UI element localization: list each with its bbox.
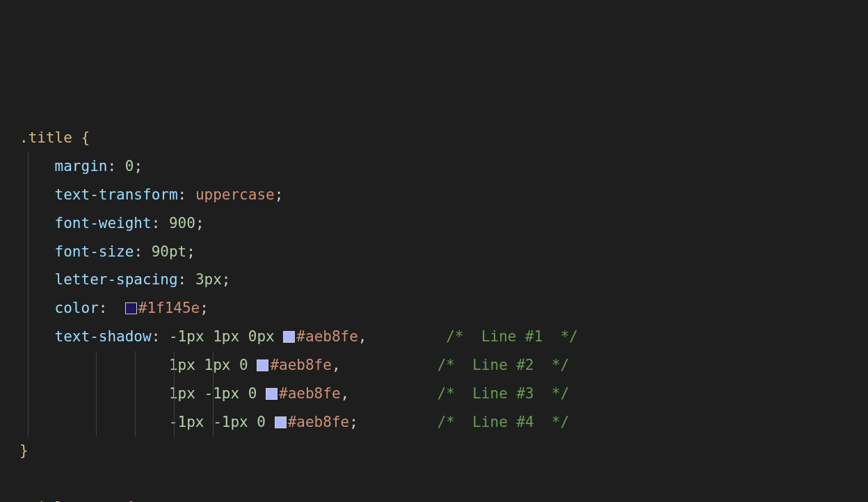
semicolon: ; (195, 215, 204, 232)
code-line[interactable]: color: #1f145e; (19, 294, 849, 323)
css-selector: .title (19, 499, 72, 502)
colon: : (99, 300, 108, 316)
indent-guide (28, 351, 29, 380)
semicolon: ; (134, 158, 143, 175)
code-line[interactable]: 1px -1px 0 #aeb8fe, /* Line #3 */ (19, 380, 849, 408)
indent-guide (213, 380, 214, 408)
semicolon: ; (200, 300, 209, 316)
color-hex: #aeb8fe (270, 357, 332, 373)
indent-guide (174, 351, 175, 380)
indent-guide (96, 351, 97, 380)
color-hex: #aeb8fe (279, 385, 341, 402)
colon: : (152, 215, 161, 232)
shadow-offsets: -1px -1px 0 (169, 414, 266, 430)
css-value: 3px (195, 271, 222, 288)
colon: : (152, 328, 161, 345)
css-selector: .title (19, 129, 72, 146)
code-line[interactable]: letter-spacing: 3px; (19, 266, 849, 294)
css-value: 0 (125, 158, 134, 175)
indent-guide (28, 380, 29, 408)
color-swatch[interactable] (125, 302, 137, 314)
indent-guide (28, 294, 29, 323)
blank-line[interactable] (19, 465, 849, 494)
css-value: uppercase (195, 186, 275, 203)
indent-guide (28, 323, 29, 351)
close-brace: } (19, 442, 29, 459)
color-swatch[interactable] (257, 359, 268, 371)
css-value: 900 (169, 215, 195, 232)
css-property: font-weight (55, 215, 152, 232)
color-swatch[interactable] (275, 416, 287, 428)
indent-guide (174, 380, 175, 408)
css-property: color (55, 300, 99, 316)
comment: /* Line #2 */ (437, 357, 570, 373)
indent-guide (28, 209, 29, 238)
colon: : (107, 158, 116, 175)
css-value: 90pt (152, 243, 187, 260)
code-line[interactable]: .title span { (19, 494, 849, 502)
indent-guide (28, 408, 29, 437)
semicolon: ; (186, 243, 195, 260)
colon: : (134, 243, 143, 260)
colon: : (178, 186, 187, 203)
css-property: font-size (55, 243, 134, 260)
comma: , (332, 357, 341, 373)
indent-guide (135, 351, 136, 380)
semicolon: ; (222, 271, 231, 288)
comment: /* Line #4 */ (437, 414, 570, 430)
css-selector-tag: span (81, 499, 117, 502)
color-hex: #1f145e (138, 300, 200, 316)
open-brace: { (125, 499, 134, 502)
indent-guide (135, 408, 136, 437)
indent-guide (28, 152, 29, 181)
comma: , (358, 328, 367, 345)
code-editor[interactable]: .title { margin: 0; text-transform: uppe… (19, 124, 849, 502)
code-line[interactable]: font-size: 90pt; (19, 238, 849, 266)
color-swatch[interactable] (266, 388, 278, 400)
semicolon: ; (349, 414, 358, 430)
code-line[interactable]: 1px 1px 0 #aeb8fe, /* Line #2 */ (19, 351, 849, 380)
indent-guide (213, 351, 214, 380)
color-hex: #aeb8fe (288, 414, 350, 430)
color-hex: #aeb8fe (296, 328, 358, 345)
indent-guide (213, 408, 214, 437)
indent-guide (28, 266, 29, 294)
code-line[interactable]: margin: 0; (19, 152, 849, 181)
indent-guide (96, 408, 97, 437)
css-property: margin (55, 158, 108, 175)
indent-guide (28, 238, 29, 266)
shadow-offsets: 1px 1px 0 (169, 357, 248, 373)
code-line[interactable]: -1px -1px 0 #aeb8fe; /* Line #4 */ (19, 408, 849, 437)
comment: /* Line #1 */ (446, 328, 578, 345)
code-line[interactable]: } (19, 437, 849, 465)
code-line[interactable]: text-transform: uppercase; (19, 181, 849, 209)
comment: /* Line #3 */ (437, 385, 570, 402)
css-property: letter-spacing (55, 271, 178, 288)
code-line[interactable]: font-weight: 900; (19, 209, 849, 238)
color-swatch[interactable] (283, 331, 295, 343)
css-property: text-shadow (55, 328, 152, 345)
css-property: text-transform (55, 186, 178, 203)
indent-guide (174, 408, 175, 437)
code-line[interactable]: .title { (19, 124, 849, 152)
indent-guide (28, 181, 29, 209)
open-brace: { (81, 129, 90, 146)
indent-guide (135, 380, 136, 408)
indent-guide (96, 380, 97, 408)
code-line[interactable]: text-shadow: -1px 1px 0px #aeb8fe, /* Li… (19, 323, 849, 351)
semicolon: ; (275, 186, 284, 203)
colon: : (178, 271, 187, 288)
comma: , (341, 385, 350, 402)
shadow-offsets: -1px 1px 0px (169, 328, 275, 345)
